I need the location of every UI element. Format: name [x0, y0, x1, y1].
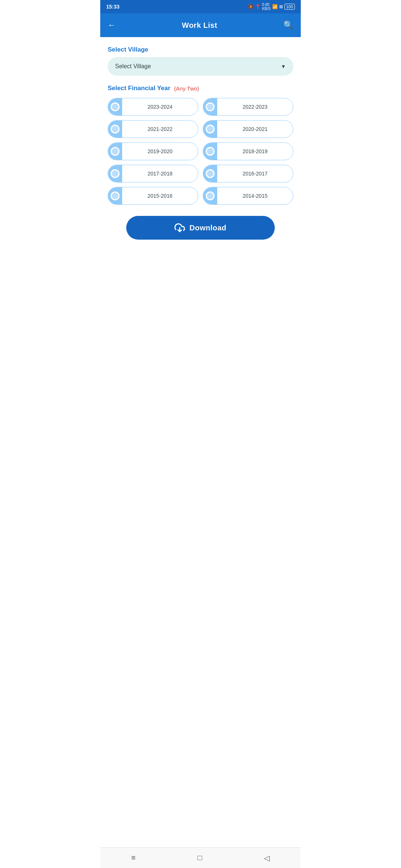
year-item-icon-inner	[206, 191, 215, 200]
search-button[interactable]: 🔍	[283, 20, 293, 30]
year-item-icon-inner	[111, 125, 120, 134]
financial-year-header: Select Financial Year (Any Two)	[108, 85, 293, 92]
back-nav-icon[interactable]: ◁	[264, 854, 270, 862]
year-item-2020-2021[interactable]: 2020-2021	[203, 120, 293, 138]
year-item-text: 2017-2018	[122, 166, 198, 181]
sim-icon: ⊠	[279, 4, 283, 9]
status-time: 15:33	[106, 4, 120, 10]
year-item-text: 2014-2015	[217, 188, 293, 203]
bottom-navigation: ≡ □ ◁	[100, 847, 301, 868]
village-dropdown-text: Select Village	[115, 63, 151, 70]
year-item-icon-inner	[111, 147, 120, 156]
year-item-icon-inner	[111, 191, 120, 200]
year-item-icon	[108, 121, 122, 138]
year-item-text: 2021-2022	[122, 122, 198, 137]
year-item-icon	[203, 121, 217, 138]
year-item-2019-2020[interactable]: 2019-2020	[108, 142, 198, 160]
financial-year-label: Select Financial Year	[108, 85, 170, 92]
main-content: Select Village Select Village ▼ Select F…	[100, 37, 301, 249]
app-title: Work List	[182, 21, 217, 30]
dropdown-arrow-icon: ▼	[281, 63, 286, 69]
location-icon: 📍	[255, 4, 261, 9]
year-item-icon	[203, 98, 217, 115]
back-button[interactable]: ←	[108, 20, 116, 30]
mute-icon: 🔕	[248, 4, 254, 9]
download-icon	[175, 223, 185, 233]
year-item-icon-inner	[111, 169, 120, 178]
status-bar: 15:33 🔕 📍 0.00KB/S 📶 ⊠ 100	[100, 0, 301, 13]
year-item-icon	[108, 98, 122, 115]
menu-nav-icon[interactable]: ≡	[131, 854, 136, 862]
year-item-2018-2019[interactable]: 2018-2019	[203, 142, 293, 160]
village-section-label: Select Village	[108, 46, 293, 53]
year-item-icon-inner	[111, 102, 120, 111]
year-item-icon	[108, 143, 122, 160]
year-item-text: 2016-2017	[217, 166, 293, 181]
year-item-2017-2018[interactable]: 2017-2018	[108, 165, 198, 183]
home-nav-icon[interactable]: □	[198, 854, 202, 862]
year-item-text: 2022-2023	[217, 99, 293, 114]
year-item-2014-2015[interactable]: 2014-2015	[203, 187, 293, 205]
year-item-icon	[108, 165, 122, 182]
year-item-text: 2020-2021	[217, 122, 293, 137]
download-button[interactable]: Download	[126, 216, 275, 240]
year-item-icon-inner	[206, 102, 215, 111]
year-item-icon-inner	[206, 147, 215, 156]
year-item-2016-2017[interactable]: 2016-2017	[203, 165, 293, 183]
download-label: Download	[189, 224, 226, 232]
year-grid: 2023-20242022-20232021-20222020-20212019…	[108, 98, 293, 205]
year-item-icon-inner	[206, 125, 215, 134]
status-icons: 🔕 📍 0.00KB/S 📶 ⊠ 100	[248, 3, 295, 11]
year-item-text: 2015-2016	[122, 188, 198, 203]
battery-level: 100	[284, 4, 295, 10]
wifi-icon: 📶	[272, 4, 278, 9]
network-speed: 0.00KB/S	[262, 3, 271, 11]
year-item-icon	[203, 165, 217, 182]
year-item-text: 2018-2019	[217, 144, 293, 159]
year-item-text: 2019-2020	[122, 144, 198, 159]
year-item-2021-2022[interactable]: 2021-2022	[108, 120, 198, 138]
year-item-icon	[203, 187, 217, 204]
year-item-2023-2024[interactable]: 2023-2024	[108, 98, 198, 116]
year-item-icon-inner	[206, 169, 215, 178]
year-item-2022-2023[interactable]: 2022-2023	[203, 98, 293, 116]
any-two-label: (Any Two)	[174, 85, 199, 92]
year-item-icon	[108, 187, 122, 204]
app-bar: ← Work List 🔍	[100, 13, 301, 37]
year-item-2015-2016[interactable]: 2015-2016	[108, 187, 198, 205]
year-item-icon	[203, 143, 217, 160]
year-item-text: 2023-2024	[122, 99, 198, 114]
village-dropdown[interactable]: Select Village ▼	[108, 57, 293, 76]
